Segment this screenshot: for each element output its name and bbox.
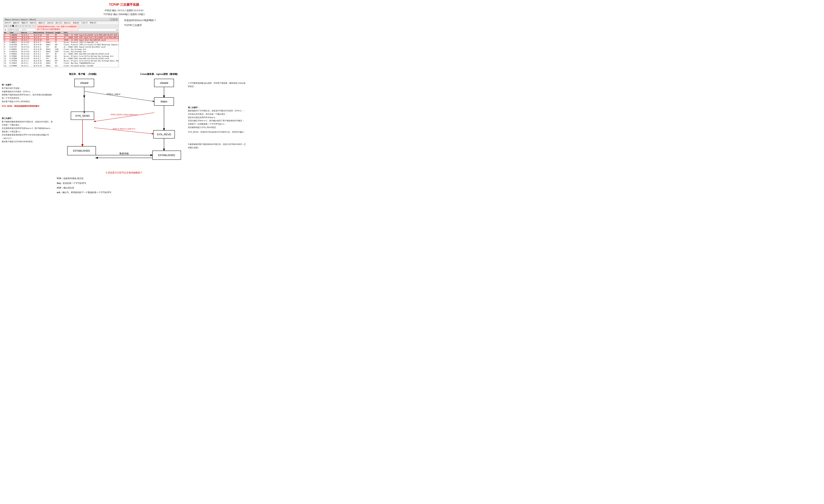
- pkt-proto: TCP: [45, 37, 55, 38]
- pkt-no: 3: [4, 39, 9, 41]
- pkt-no: 4: [4, 41, 9, 43]
- listen-label: listen: [161, 100, 167, 103]
- pkt-len: 122: [54, 65, 63, 67]
- legend-ack: ACK：确认报文段: [57, 186, 248, 190]
- menu-view[interactable]: 视图(V): [21, 22, 28, 24]
- close-button[interactable]: ✕: [115, 18, 118, 21]
- packet-row-10[interactable]: 10 0.374062 10.0.0.61 10.0.0.1 SSHv2 60 …: [4, 55, 119, 58]
- menu-phone[interactable]: 电话(y): [64, 22, 71, 24]
- packet-row-1[interactable]: 1 0.000000 10.0.0.1 10.0.0.61 TCP 66 558…: [4, 34, 119, 36]
- menu-analyze[interactable]: 分析(A): [47, 22, 54, 24]
- pkt-src: 10.0.0.1: [21, 60, 33, 62]
- pkt-info: 22 → 55840 [ACK] Seq=1302 Ack=1466 Win=3…: [63, 53, 119, 55]
- wireshark-title: VMware Network Adapter VMnet8: [5, 19, 36, 21]
- right-note-1: 1.TCP服务端创建nginx进程，等待客户端连接，服务器进入listen监听状…: [188, 81, 246, 88]
- pkt-proto: TCP: [45, 34, 55, 36]
- menu-capture[interactable]: 捕获(C): [38, 22, 45, 24]
- pkt-dst: 10.0.0.61: [33, 44, 45, 45]
- pkt-info: 22 → 55840 [SYN, ACK] Seq=0 Ack=1 Win=29…: [63, 37, 118, 38]
- col-proto: Protocol: [45, 32, 54, 33]
- filter-search-icon[interactable]: ▶: [117, 29, 118, 31]
- pkt-info: 55840 → 22 [ACK] Seq=1 Ack=1 Win=1051136…: [63, 39, 118, 41]
- pkt-time: 0.018714: [9, 51, 21, 53]
- info-lines: IP协议 确认 10.0.0.1 连接到 10.0.0.61 TCP协议 确认 …: [0, 8, 248, 16]
- legend: SYN：连接请求/接收 报文段 Seq：发送的第一个字节的序号 ACK：确认报文…: [0, 176, 248, 195]
- pkt-src: 10.0.0.61: [21, 53, 33, 55]
- pkt-dst: 10.0.0.61: [33, 62, 45, 64]
- maximize-button[interactable]: □: [113, 18, 115, 21]
- pkt-len: 75: [54, 41, 63, 43]
- handshake1-red-note: SYN_SEND，再发送连接请求后等待匹配中: [2, 104, 53, 108]
- wireshark-callout: 这里是超哥的windows ssh 连接linux的数据包 前三个是tcp三次握…: [36, 24, 78, 31]
- data-label: 数据传输: [119, 152, 129, 155]
- menu-goto[interactable]: 跳转(G): [30, 22, 37, 24]
- packet-row-6[interactable]: 6 0.017747 10.0.0.61 10.0.0.1 TCP 60 22 …: [4, 46, 119, 48]
- pkt-time: 0.379669: [9, 65, 21, 67]
- pkt-info: Client: Key Exchange Init: [63, 48, 119, 50]
- handshake1-text: 客户端主动打开连接；向服务端发出SYN报文（SYN=1）；指明客户端的初始化序列…: [2, 87, 53, 103]
- packet-row-14[interactable]: 14 0.379669 10.0.0.1 10.0.0.61 SSHv2 122…: [4, 65, 119, 67]
- pkt-proto: SSHv2: [45, 65, 54, 67]
- pkt-src: 10.0.0.1: [21, 34, 33, 36]
- pkt-time: 0.374062: [9, 55, 21, 57]
- col-len: Length: [54, 32, 63, 33]
- left-established-label: ESTABLISHED: [73, 149, 90, 152]
- right-closed-label: closed: [160, 81, 168, 84]
- pkt-dst: 10.0.0.61: [33, 48, 45, 50]
- question-line-2: TCP/IP三次握手: [124, 23, 142, 28]
- packet-row-13[interactable]: 13 0.379621 10.0.0.1 10.0.0.61 SSHv2 70 …: [4, 62, 119, 65]
- pkt-info: 55840 → 22 [SYN] Seq=0 Win=64240 Len=0 M…: [63, 34, 118, 36]
- menu-file[interactable]: 文件(F): [4, 22, 11, 24]
- packet-row-4[interactable]: 4 0.006611 10.0.0.61 10.0.0.1 SSHv2 75 S…: [4, 41, 119, 43]
- pkt-len: 1334: [54, 48, 63, 50]
- col-no: No.: [4, 32, 9, 33]
- pkt-dst: 10.0.0.61: [33, 39, 45, 41]
- packet-row-12[interactable]: 12 0.377978 10.0.0.1 10.0.0.61 SSHv2 678…: [4, 60, 119, 62]
- pkt-info: Server: Elliptic Curve Diffie-Hellman Ke…: [63, 60, 119, 62]
- right-column-label: linux服务器、nginx进程（被动端）: [140, 73, 179, 76]
- pkt-proto: SSHv2: [45, 51, 54, 53]
- pkt-time: 0.000256: [9, 39, 21, 41]
- diagram-column-labels: 笔记本、客户端 （主动端） linux服务器、nginx进程（被动端）: [2, 73, 246, 76]
- question-line-1: 你是如何访问xx小电影网的？: [124, 18, 157, 23]
- top-title: TCP/IP 三次握手实践: [0, 0, 248, 7]
- packet-row-3[interactable]: 3 0.000256 10.0.0.1 10.0.0.61 TCP 54 558…: [4, 39, 119, 41]
- menu-edit[interactable]: 编辑(E): [13, 22, 20, 24]
- menu-wireless[interactable]: 无线(W): [73, 22, 80, 24]
- pkt-info: 22 → 55840 [ACK] Seq=1302 Ack=1514 Win=3…: [63, 58, 119, 60]
- col-time: Time: [9, 32, 21, 33]
- right-annotations: 1.TCP服务端创建nginx进程，等待客户端连接，服务器进入listen监听状…: [188, 81, 246, 149]
- legend-seq: Seq：发送的第一个字节的序号: [57, 181, 248, 186]
- col-info: Info: [63, 32, 119, 33]
- synack-label: SYN=1,ACK=1,Seq=y,Ack=x+1: [111, 113, 138, 116]
- menu-help[interactable]: 帮助(H): [90, 22, 96, 24]
- pkt-proto: SSHv2: [45, 44, 54, 45]
- pkt-src: 10.0.0.61: [21, 58, 33, 60]
- pkt-no: 5: [4, 44, 9, 45]
- left-closed-label: closed: [80, 81, 88, 84]
- pkt-proto: TCP: [45, 39, 55, 41]
- callout-line-1: 这里是超哥的windows ssh 连接linux的数据包: [37, 25, 77, 27]
- menu-stats[interactable]: 统计(S): [56, 22, 62, 24]
- packet-row-2[interactable]: 2 0.000185 10.0.0.61 10.0.0.1 TCP 66 22 …: [4, 36, 119, 39]
- minimize-button[interactable]: _: [110, 18, 112, 21]
- pkt-len: 60: [54, 55, 63, 57]
- pkt-time: 0.017558: [9, 44, 21, 45]
- pkt-src: 10.0.0.61: [21, 46, 33, 48]
- packet-row-7[interactable]: 7 0.018651 10.0.0.1 10.0.0.61 SSHv2 1334…: [4, 48, 119, 51]
- pkt-len: 54: [55, 39, 63, 41]
- pkt-proto: SSHv2: [45, 48, 54, 50]
- packet-row-5[interactable]: 5 0.017558 10.0.0.1 10.0.0.61 SSHv2 103 …: [4, 43, 119, 46]
- pkt-src: 10.0.0.1: [21, 65, 33, 67]
- packet-row-11[interactable]: 11 0.374208 10.0.0.61 10.0.0.1 TCP 60 22…: [4, 58, 119, 60]
- pkt-no: 6: [4, 46, 9, 48]
- pkt-len: 1470: [54, 51, 63, 53]
- pkt-proto: TCP: [45, 58, 54, 60]
- packet-row-8[interactable]: 8 0.018714 10.0.0.61 10.0.0.1 SSHv2 1470…: [4, 51, 119, 53]
- packet-row-9[interactable]: 9 0.059652 10.0.0.61 10.0.0.1 TCP 60 22 …: [4, 53, 119, 55]
- pkt-dst: 10.0.0.1: [33, 41, 45, 43]
- menu-tools[interactable]: 工具(T): [81, 22, 88, 24]
- callout-line-2: 前三个是tcp三次握手数据包: [37, 28, 60, 30]
- pkt-src: 10.0.0.61: [21, 55, 33, 57]
- left-column-label: 笔记本、客户端 （主动端）: [69, 73, 98, 76]
